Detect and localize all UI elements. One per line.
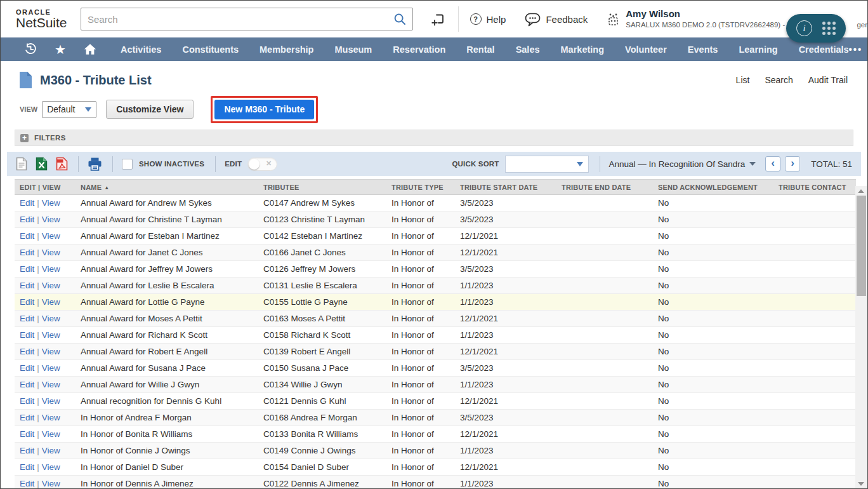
global-search[interactable] bbox=[81, 8, 413, 30]
view-link[interactable]: View bbox=[42, 281, 60, 290]
nav-item-credentials[interactable]: Credentials bbox=[799, 44, 849, 55]
help-menu[interactable]: ? Help bbox=[470, 13, 506, 25]
edit-link[interactable]: Edit bbox=[20, 297, 34, 307]
edit-link[interactable]: Edit bbox=[20, 446, 34, 455]
view-link[interactable]: View bbox=[42, 446, 60, 455]
nav-item-museum[interactable]: Museum bbox=[334, 44, 372, 55]
netsuite-logo[interactable]: ORACLE NetSuite bbox=[16, 8, 77, 30]
cell-contact bbox=[773, 311, 856, 327]
edit-link[interactable]: Edit bbox=[20, 215, 34, 224]
quick-add-icon[interactable] bbox=[431, 12, 445, 27]
nav-item-learning[interactable]: Learning bbox=[739, 44, 777, 55]
home-icon[interactable] bbox=[84, 43, 96, 55]
edit-link[interactable]: Edit bbox=[20, 231, 34, 241]
cell-contact bbox=[773, 476, 856, 489]
view-link[interactable]: View bbox=[42, 297, 60, 307]
column-header-tribute-start-date[interactable]: TRIBUTE START DATE bbox=[455, 180, 556, 195]
edit-link[interactable]: Edit bbox=[20, 396, 34, 406]
page-link-list[interactable]: List bbox=[736, 75, 750, 85]
view-link[interactable]: View bbox=[42, 462, 60, 472]
nav-item-reservation[interactable]: Reservation bbox=[393, 44, 445, 55]
nav-item-events[interactable]: Events bbox=[688, 44, 718, 55]
nav-item-constituents[interactable]: Constituents bbox=[182, 44, 239, 55]
assistant-overlay-pill[interactable]: i bbox=[786, 14, 846, 43]
cell-tributee: C0133 Bonita R Williams bbox=[258, 426, 386, 443]
edit-link[interactable]: Edit bbox=[20, 363, 34, 373]
next-page-button[interactable]: › bbox=[785, 156, 800, 171]
page-range-select[interactable]: Annual — In Recognition Of Sandra bbox=[609, 159, 756, 169]
nav-item-sales[interactable]: Sales bbox=[516, 44, 540, 55]
view-link[interactable]: View bbox=[42, 215, 60, 224]
page-link-audit-trail[interactable]: Audit Trail bbox=[808, 75, 848, 85]
nav-more-button[interactable]: ••• bbox=[849, 44, 863, 55]
scrollbar-thumb[interactable] bbox=[857, 196, 866, 296]
scroll-up-arrow[interactable] bbox=[858, 189, 864, 193]
export-pdf-icon[interactable] bbox=[56, 157, 68, 171]
edit-toggle-label: EDIT bbox=[225, 160, 242, 168]
view-link[interactable]: View bbox=[42, 198, 60, 208]
nav-item-volunteer[interactable]: Volunteer bbox=[625, 44, 667, 55]
cell-start: 12/1/2021 bbox=[455, 311, 556, 327]
column-header-tribute-type[interactable]: TRIBUTE TYPE bbox=[386, 180, 455, 195]
edit-link[interactable]: Edit bbox=[20, 347, 34, 356]
column-header-tributee[interactable]: TRIBUTEE bbox=[258, 180, 386, 195]
column-header-tribute-contact[interactable]: TRIBUTE CONTACT bbox=[773, 180, 856, 195]
column-header-send-acknowledgement[interactable]: SEND ACKNOWLEDGEMENT bbox=[653, 180, 773, 195]
edit-link[interactable]: Edit bbox=[20, 314, 34, 323]
nav-item-membership[interactable]: Membership bbox=[260, 44, 313, 55]
view-link[interactable]: View bbox=[42, 429, 60, 439]
edit-toggle[interactable]: ✕ bbox=[247, 157, 277, 171]
feedback-menu[interactable]: Feedback bbox=[525, 12, 588, 27]
filters-bar[interactable]: + FILTERS bbox=[15, 130, 853, 146]
view-link[interactable]: View bbox=[42, 264, 60, 274]
search-input[interactable] bbox=[88, 14, 393, 25]
export-csv-icon[interactable] bbox=[16, 157, 27, 171]
recents-clock-icon[interactable] bbox=[25, 43, 37, 55]
cell-start: 1/1/2023 bbox=[455, 278, 556, 294]
view-link[interactable]: View bbox=[42, 396, 60, 406]
info-icon[interactable]: i bbox=[796, 20, 812, 36]
edit-link[interactable]: Edit bbox=[20, 413, 34, 422]
edit-link[interactable]: Edit bbox=[20, 479, 34, 488]
help-icon: ? bbox=[470, 13, 482, 25]
new-tribute-button[interactable]: New M360 - Tribute bbox=[214, 100, 314, 119]
view-link[interactable]: View bbox=[42, 413, 60, 422]
view-link[interactable]: View bbox=[42, 330, 60, 340]
prev-page-button[interactable]: ‹ bbox=[765, 156, 780, 171]
column-header-name[interactable]: NAME▲ bbox=[76, 180, 258, 195]
search-icon[interactable] bbox=[393, 13, 406, 25]
edit-link[interactable]: Edit bbox=[20, 198, 34, 208]
shortcuts-star-icon[interactable]: ★ bbox=[55, 43, 66, 56]
nav-item-rental[interactable]: Rental bbox=[466, 44, 494, 55]
edit-link[interactable]: Edit bbox=[20, 248, 34, 257]
view-link[interactable]: View bbox=[42, 347, 60, 356]
view-select[interactable]: Default bbox=[42, 101, 96, 118]
edit-link[interactable]: Edit bbox=[20, 330, 34, 340]
apps-grid-icon[interactable] bbox=[822, 22, 836, 35]
show-inactives-checkbox[interactable] bbox=[122, 159, 133, 170]
customize-view-button[interactable]: Customize View bbox=[106, 100, 194, 119]
view-link[interactable]: View bbox=[42, 231, 60, 241]
cell-type: In Honor of bbox=[386, 360, 455, 377]
view-link[interactable]: View bbox=[42, 363, 60, 373]
edit-link[interactable]: Edit bbox=[20, 462, 34, 472]
edit-link[interactable]: Edit bbox=[20, 281, 34, 290]
view-link[interactable]: View bbox=[42, 314, 60, 323]
edit-link[interactable]: Edit bbox=[20, 429, 34, 439]
edit-link[interactable]: Edit bbox=[20, 380, 34, 389]
export-excel-icon[interactable] bbox=[36, 157, 48, 171]
edit-link[interactable]: Edit bbox=[20, 264, 34, 274]
column-header-tribute-end-date[interactable]: TRIBUTE END DATE bbox=[556, 180, 653, 195]
quick-sort-select[interactable] bbox=[505, 156, 589, 173]
print-icon[interactable] bbox=[88, 157, 102, 171]
view-link[interactable]: View bbox=[42, 248, 60, 257]
expand-filters-icon[interactable]: + bbox=[20, 134, 29, 142]
cell-ack: No bbox=[653, 476, 773, 489]
nav-item-activities[interactable]: Activities bbox=[121, 44, 161, 55]
view-link[interactable]: View bbox=[42, 479, 60, 488]
page-link-search[interactable]: Search bbox=[765, 75, 792, 85]
vertical-scrollbar[interactable] bbox=[855, 186, 867, 489]
nav-item-marketing[interactable]: Marketing bbox=[561, 44, 605, 55]
view-link[interactable]: View bbox=[42, 380, 60, 389]
scroll-down-arrow[interactable] bbox=[858, 482, 864, 486]
